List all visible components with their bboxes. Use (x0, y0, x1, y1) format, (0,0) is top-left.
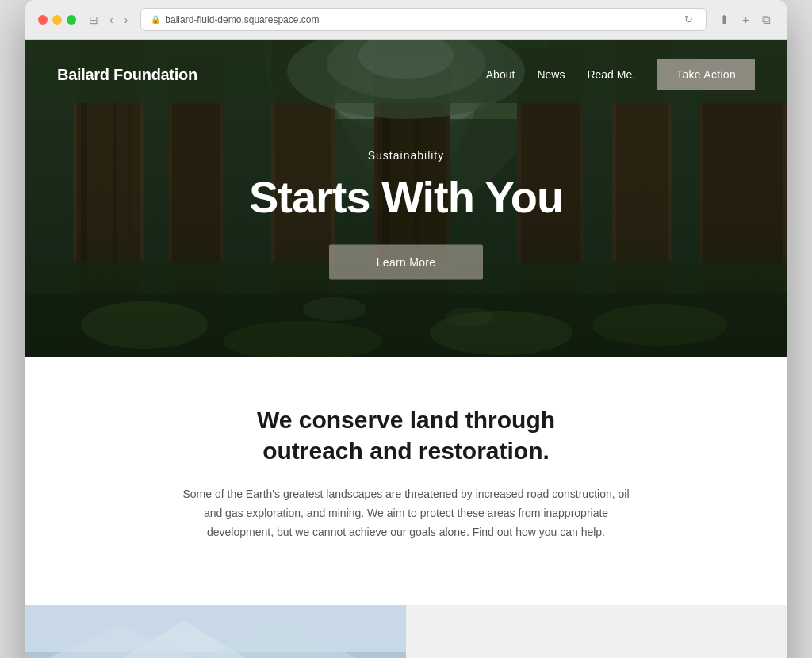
traffic-lights (38, 15, 76, 25)
hero-subtitle: Sustainability (25, 149, 787, 162)
minimize-button[interactable] (52, 15, 62, 25)
browser-actions: ⬆ + ⧉ (716, 11, 774, 29)
take-action-button[interactable]: Take Action (657, 59, 755, 90)
url-text: bailard-fluid-demo.squarespace.com (165, 14, 319, 25)
hero-content: Sustainability Starts With You Learn Mor… (25, 149, 787, 280)
new-tab-button[interactable]: + (739, 11, 753, 29)
refresh-button[interactable]: ↻ (681, 12, 696, 27)
sidebar-toggle[interactable]: ⊟ (86, 12, 102, 28)
fullscreen-button[interactable] (67, 15, 76, 25)
nav-about[interactable]: About (486, 68, 515, 81)
close-button[interactable] (38, 15, 48, 25)
bottom-right-area: Create A Site Like This Free trial. Inst… (406, 605, 787, 658)
forward-button[interactable]: › (121, 12, 132, 28)
hero-section: Bailard Foundation About News Read Me. T… (25, 40, 787, 357)
content-section: We conserve land through outreach and re… (25, 357, 787, 605)
browser-chrome: ⊟ ‹ › 🔒 bailard-fluid-demo.squarespace.c… (25, 0, 787, 40)
hero-title: Starts With You (25, 171, 787, 223)
back-button[interactable]: ‹ (106, 12, 117, 28)
nav-news[interactable]: News (537, 68, 565, 81)
content-body: Some of the Earth's greatest landscapes … (176, 485, 636, 541)
duplicate-button[interactable]: ⧉ (759, 11, 774, 29)
browser-window: ⊟ ‹ › 🔒 bailard-fluid-demo.squarespace.c… (25, 0, 787, 658)
bottom-strip: Create A Site Like This Free trial. Inst… (25, 605, 787, 658)
content-heading: We conserve land through outreach and re… (216, 404, 596, 466)
lock-icon: 🔒 (151, 15, 160, 24)
nav-links: About News Read Me. Take Action (486, 59, 755, 90)
nav-readMe[interactable]: Read Me. (587, 68, 635, 81)
main-nav: Bailard Foundation About News Read Me. T… (25, 40, 787, 109)
bottom-landscape-image (25, 605, 406, 658)
browser-controls: ⊟ ‹ › (86, 12, 131, 28)
learn-more-button[interactable]: Learn More (329, 245, 484, 280)
address-bar[interactable]: 🔒 bailard-fluid-demo.squarespace.com ↻ (140, 8, 707, 31)
site-logo: Bailard Foundation (57, 66, 197, 84)
share-button[interactable]: ⬆ (716, 11, 733, 29)
website-content: Bailard Foundation About News Read Me. T… (25, 40, 787, 658)
